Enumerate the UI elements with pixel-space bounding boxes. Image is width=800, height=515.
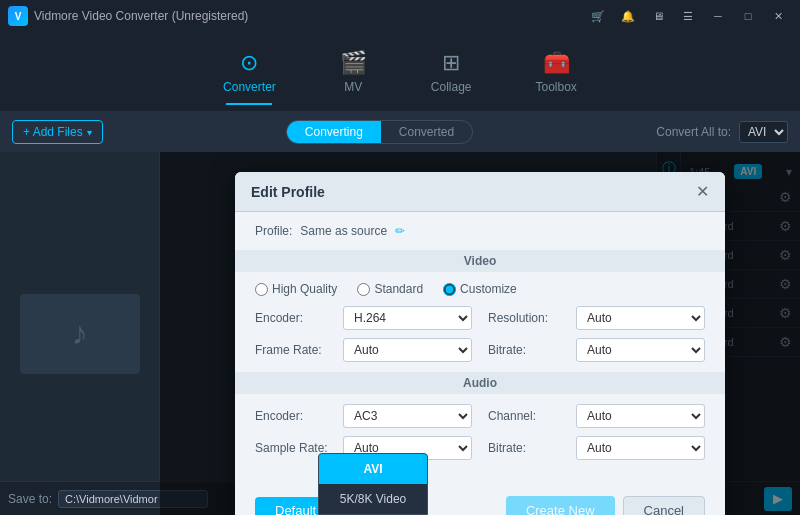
tab-converting[interactable]: Converting xyxy=(287,121,381,143)
add-files-dropdown-arrow: ▾ xyxy=(87,127,92,138)
monitor-button[interactable]: 🖥 xyxy=(644,6,672,26)
standard-label: Standard xyxy=(374,282,423,296)
video-bitrate-row: Bitrate: Auto xyxy=(488,338,705,362)
main-content: ♪ ⓘ 1:45 AVI ▾ Auto ⚙ Standard ⚙ Standa xyxy=(0,152,800,515)
audio-encoder-label: Encoder: xyxy=(255,409,335,423)
radio-standard[interactable]: Standard xyxy=(357,282,423,296)
app-title: Vidmore Video Converter (Unregistered) xyxy=(34,9,248,23)
toolbox-icon: 🧰 xyxy=(543,50,570,76)
mv-icon: 🎬 xyxy=(340,50,367,76)
save-to-label: Save to: xyxy=(8,492,52,506)
video-form-grid: Encoder: H.264 Resolution: Auto xyxy=(255,306,705,362)
edit-icon[interactable]: ✏ xyxy=(395,224,405,238)
audio-bitrate-select[interactable]: Auto xyxy=(576,436,705,460)
nav-label-converter: Converter xyxy=(223,80,276,94)
video-bitrate-select[interactable]: Auto xyxy=(576,338,705,362)
video-bitrate-label: Bitrate: xyxy=(488,343,568,357)
audio-bitrate-label: Bitrate: xyxy=(488,441,568,455)
menu-button[interactable]: ☰ xyxy=(674,6,702,26)
right-panel: ⓘ 1:45 AVI ▾ Auto ⚙ Standard ⚙ Standard … xyxy=(160,152,800,515)
minimize-button[interactable]: ─ xyxy=(704,6,732,26)
audio-form-grid: Encoder: AC3 Channel: Auto S xyxy=(255,404,705,460)
app-icon: V xyxy=(8,6,28,26)
audio-encoder-row: Encoder: AC3 xyxy=(255,404,472,428)
radio-customize[interactable]: Customize xyxy=(443,282,517,296)
convert-all-label: Convert All to: xyxy=(656,125,731,139)
profile-value: Same as source xyxy=(300,224,387,238)
frame-rate-label: Frame Rate: xyxy=(255,343,335,357)
nav-item-mv[interactable]: 🎬 MV xyxy=(328,42,379,102)
frame-rate-row: Frame Rate: Auto xyxy=(255,338,472,362)
nav-item-converter[interactable]: ⊙ Converter xyxy=(211,42,288,102)
format-item-5k8k[interactable]: 5K/8K Video xyxy=(319,484,427,514)
title-bar-controls: 🛒 🔔 🖥 ☰ ─ □ ✕ xyxy=(584,6,792,26)
modal-body: Profile: Same as source ✏ Video High Qua… xyxy=(235,212,725,486)
customize-label: Customize xyxy=(460,282,517,296)
modal-close-button[interactable]: ✕ xyxy=(696,182,709,201)
cancel-button[interactable]: Cancel xyxy=(623,496,705,515)
tab-converted[interactable]: Converted xyxy=(381,121,472,143)
resolution-label: Resolution: xyxy=(488,311,568,325)
resolution-row: Resolution: Auto xyxy=(488,306,705,330)
resolution-select[interactable]: Auto xyxy=(576,306,705,330)
close-button[interactable]: ✕ xyxy=(764,6,792,26)
title-bar-left: V Vidmore Video Converter (Unregistered) xyxy=(8,6,248,26)
converter-icon: ⊙ xyxy=(240,50,258,76)
format-item-avi[interactable]: AVI xyxy=(319,454,427,484)
video-quality-group: High Quality Standard Customize xyxy=(255,282,705,296)
left-panel: ♪ xyxy=(0,152,160,515)
format-dropdown: AVI 5K/8K Video xyxy=(318,453,428,515)
create-new-button[interactable]: Create New xyxy=(506,496,615,515)
nav-bar: ⊙ Converter 🎬 MV ⊞ Collage 🧰 Toolbox xyxy=(0,32,800,112)
encoder-label: Encoder: xyxy=(255,311,335,325)
audio-bitrate-row: Bitrate: Auto xyxy=(488,436,705,460)
bell-button[interactable]: 🔔 xyxy=(614,6,642,26)
profile-label: Profile: xyxy=(255,224,292,238)
music-icon: ♪ xyxy=(72,315,88,352)
maximize-button[interactable]: □ xyxy=(734,6,762,26)
frame-rate-select[interactable]: Auto xyxy=(343,338,472,362)
tab-group: Converting Converted xyxy=(286,120,473,144)
edit-profile-modal: Edit Profile ✕ Profile: Same as source ✏… xyxy=(235,172,725,515)
modal-footer: Default Create New Cancel xyxy=(235,486,725,515)
video-section-label: Video xyxy=(235,250,725,272)
media-placeholder: ♪ xyxy=(20,294,140,374)
add-files-label: + Add Files xyxy=(23,125,83,139)
collage-icon: ⊞ xyxy=(442,50,460,76)
cart-button[interactable]: 🛒 xyxy=(584,6,612,26)
channel-row: Channel: Auto xyxy=(488,404,705,428)
high-quality-label: High Quality xyxy=(272,282,337,296)
nav-item-toolbox[interactable]: 🧰 Toolbox xyxy=(524,42,589,102)
nav-label-collage: Collage xyxy=(431,80,472,94)
convert-all-select[interactable]: AVI xyxy=(739,121,788,143)
footer-actions: Create New Cancel xyxy=(506,496,705,515)
modal-title: Edit Profile xyxy=(251,184,325,200)
modal-overlay: Edit Profile ✕ Profile: Same as source ✏… xyxy=(160,152,800,515)
add-files-button[interactable]: + Add Files ▾ xyxy=(12,120,103,144)
nav-item-collage[interactable]: ⊞ Collage xyxy=(419,42,484,102)
toolbar: + Add Files ▾ Converting Converted Conve… xyxy=(0,112,800,152)
channel-label: Channel: xyxy=(488,409,568,423)
encoder-select[interactable]: H.264 xyxy=(343,306,472,330)
modal-header: Edit Profile ✕ xyxy=(235,172,725,212)
encoder-row: Encoder: H.264 xyxy=(255,306,472,330)
nav-label-mv: MV xyxy=(344,80,362,94)
channel-select[interactable]: Auto xyxy=(576,404,705,428)
audio-encoder-select[interactable]: AC3 xyxy=(343,404,472,428)
nav-label-toolbox: Toolbox xyxy=(536,80,577,94)
radio-high-quality[interactable]: High Quality xyxy=(255,282,337,296)
audio-section-label: Audio xyxy=(235,372,725,394)
profile-row: Profile: Same as source ✏ xyxy=(255,224,705,238)
title-bar: V Vidmore Video Converter (Unregistered)… xyxy=(0,0,800,32)
